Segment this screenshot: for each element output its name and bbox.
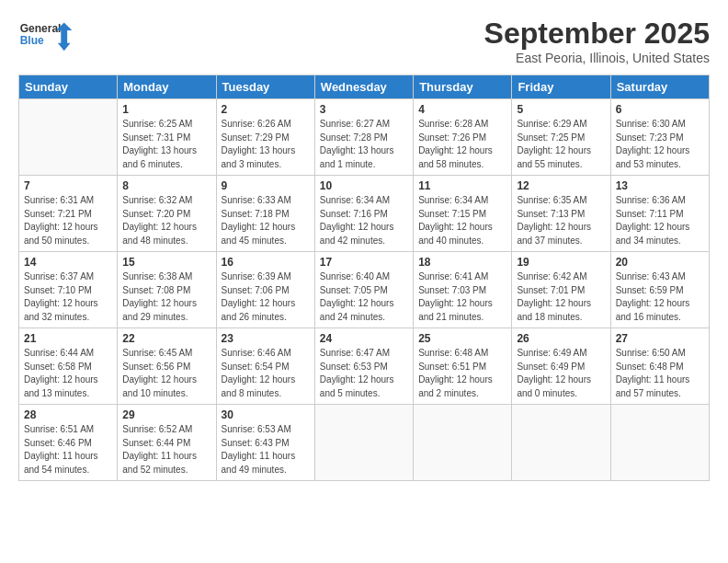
day-info: Sunrise: 6:30 AMSunset: 7:23 PMDaylight:… xyxy=(616,118,704,171)
day-info: Sunrise: 6:42 AMSunset: 7:01 PMDaylight:… xyxy=(517,270,605,324)
table-row: 14Sunrise: 6:37 AMSunset: 7:10 PMDayligh… xyxy=(19,252,710,328)
day-number: 15 xyxy=(122,256,210,269)
day-number: 14 xyxy=(24,256,112,269)
table-cell: 7Sunrise: 6:31 AMSunset: 7:21 PMDaylight… xyxy=(19,176,118,252)
day-number: 11 xyxy=(418,179,506,192)
table-cell xyxy=(314,405,413,481)
table-cell: 4Sunrise: 6:28 AMSunset: 7:26 PMDaylight… xyxy=(414,99,512,176)
table-cell: 30Sunrise: 6:53 AMSunset: 6:43 PMDayligh… xyxy=(216,405,314,481)
table-cell: 20Sunrise: 6:43 AMSunset: 6:59 PMDayligh… xyxy=(610,252,709,328)
col-wednesday: Wednesday xyxy=(314,75,413,99)
table-cell: 13Sunrise: 6:36 AMSunset: 7:11 PMDayligh… xyxy=(610,176,709,252)
day-info: Sunrise: 6:50 AMSunset: 6:48 PMDaylight:… xyxy=(616,347,704,400)
day-info: Sunrise: 6:31 AMSunset: 7:21 PMDaylight:… xyxy=(24,194,112,247)
day-number: 3 xyxy=(320,103,408,116)
day-info: Sunrise: 6:46 AMSunset: 6:54 PMDaylight:… xyxy=(222,347,310,400)
page-container: General Blue September 2025 East Peoria,… xyxy=(0,0,728,563)
calendar-body: 1Sunrise: 6:25 AMSunset: 7:31 PMDaylight… xyxy=(19,99,710,481)
day-info: Sunrise: 6:43 AMSunset: 6:59 PMDaylight:… xyxy=(616,270,704,324)
day-info: Sunrise: 6:33 AMSunset: 7:18 PMDaylight:… xyxy=(222,194,310,247)
day-info: Sunrise: 6:37 AMSunset: 7:10 PMDaylight:… xyxy=(24,270,112,324)
day-number: 17 xyxy=(320,256,408,269)
day-number: 8 xyxy=(122,179,210,192)
day-info: Sunrise: 6:53 AMSunset: 6:43 PMDaylight:… xyxy=(222,423,310,477)
title-block: September 2025 East Peoria, Illinois, Un… xyxy=(484,17,710,65)
day-info: Sunrise: 6:39 AMSunset: 7:06 PMDaylight:… xyxy=(222,270,310,324)
day-info: Sunrise: 6:36 AMSunset: 7:11 PMDaylight:… xyxy=(616,194,704,247)
day-number: 2 xyxy=(222,103,310,116)
day-number: 19 xyxy=(517,256,605,269)
table-cell: 14Sunrise: 6:37 AMSunset: 7:10 PMDayligh… xyxy=(19,252,118,328)
table-cell: 9Sunrise: 6:33 AMSunset: 7:18 PMDaylight… xyxy=(216,176,314,252)
day-number: 6 xyxy=(616,103,704,116)
table-cell: 8Sunrise: 6:32 AMSunset: 7:20 PMDaylight… xyxy=(118,176,216,252)
table-row: 1Sunrise: 6:25 AMSunset: 7:31 PMDaylight… xyxy=(19,99,710,176)
day-info: Sunrise: 6:38 AMSunset: 7:08 PMDaylight:… xyxy=(122,270,210,324)
day-number: 24 xyxy=(320,332,408,345)
day-info: Sunrise: 6:29 AMSunset: 7:25 PMDaylight:… xyxy=(517,118,605,171)
month-title: September 2025 xyxy=(484,17,710,51)
day-info: Sunrise: 6:34 AMSunset: 7:16 PMDaylight:… xyxy=(320,194,408,247)
day-number: 4 xyxy=(418,103,506,116)
day-number: 28 xyxy=(24,408,112,421)
day-number: 29 xyxy=(122,408,210,421)
day-info: Sunrise: 6:47 AMSunset: 6:53 PMDaylight:… xyxy=(320,347,408,400)
day-info: Sunrise: 6:45 AMSunset: 6:56 PMDaylight:… xyxy=(122,347,210,400)
logo: General Blue xyxy=(18,17,74,55)
table-cell: 6Sunrise: 6:30 AMSunset: 7:23 PMDaylight… xyxy=(610,99,709,176)
day-number: 27 xyxy=(616,332,704,345)
col-monday: Monday xyxy=(118,75,216,99)
day-number: 20 xyxy=(616,256,704,269)
day-info: Sunrise: 6:52 AMSunset: 6:44 PMDaylight:… xyxy=(122,423,210,477)
table-cell: 16Sunrise: 6:39 AMSunset: 7:06 PMDayligh… xyxy=(216,252,314,328)
day-info: Sunrise: 6:26 AMSunset: 7:29 PMDaylight:… xyxy=(222,118,310,171)
calendar-table: Sunday Monday Tuesday Wednesday Thursday… xyxy=(18,75,710,481)
day-info: Sunrise: 6:40 AMSunset: 7:05 PMDaylight:… xyxy=(320,270,408,324)
table-row: 21Sunrise: 6:44 AMSunset: 6:58 PMDayligh… xyxy=(19,328,710,405)
table-cell: 27Sunrise: 6:50 AMSunset: 6:48 PMDayligh… xyxy=(610,328,709,405)
day-number: 22 xyxy=(122,332,210,345)
day-number: 13 xyxy=(616,179,704,192)
day-number: 16 xyxy=(222,256,310,269)
day-number: 18 xyxy=(418,256,506,269)
day-number: 23 xyxy=(222,332,310,345)
day-number: 7 xyxy=(24,179,112,192)
day-number: 30 xyxy=(222,408,310,421)
header-row: Sunday Monday Tuesday Wednesday Thursday… xyxy=(19,75,710,99)
col-sunday: Sunday xyxy=(19,75,118,99)
table-cell: 28Sunrise: 6:51 AMSunset: 6:46 PMDayligh… xyxy=(19,405,118,481)
table-cell xyxy=(19,99,118,176)
col-friday: Friday xyxy=(512,75,610,99)
table-cell: 25Sunrise: 6:48 AMSunset: 6:51 PMDayligh… xyxy=(414,328,512,405)
col-thursday: Thursday xyxy=(414,75,512,99)
table-cell: 19Sunrise: 6:42 AMSunset: 7:01 PMDayligh… xyxy=(512,252,610,328)
svg-text:Blue: Blue xyxy=(20,34,44,47)
table-cell xyxy=(610,405,709,481)
table-cell: 18Sunrise: 6:41 AMSunset: 7:03 PMDayligh… xyxy=(414,252,512,328)
day-number: 1 xyxy=(122,103,210,116)
day-number: 5 xyxy=(517,103,605,116)
table-cell: 12Sunrise: 6:35 AMSunset: 7:13 PMDayligh… xyxy=(512,176,610,252)
day-number: 21 xyxy=(24,332,112,345)
svg-text:General: General xyxy=(20,22,62,35)
header: General Blue September 2025 East Peoria,… xyxy=(18,17,710,65)
day-number: 12 xyxy=(517,179,605,192)
col-tuesday: Tuesday xyxy=(216,75,314,99)
col-saturday: Saturday xyxy=(610,75,709,99)
table-cell: 5Sunrise: 6:29 AMSunset: 7:25 PMDaylight… xyxy=(512,99,610,176)
day-info: Sunrise: 6:49 AMSunset: 6:49 PMDaylight:… xyxy=(517,347,605,400)
table-cell: 15Sunrise: 6:38 AMSunset: 7:08 PMDayligh… xyxy=(118,252,216,328)
day-info: Sunrise: 6:35 AMSunset: 7:13 PMDaylight:… xyxy=(517,194,605,247)
table-cell: 2Sunrise: 6:26 AMSunset: 7:29 PMDaylight… xyxy=(216,99,314,176)
table-cell: 23Sunrise: 6:46 AMSunset: 6:54 PMDayligh… xyxy=(216,328,314,405)
table-cell: 17Sunrise: 6:40 AMSunset: 7:05 PMDayligh… xyxy=(314,252,413,328)
day-number: 9 xyxy=(222,179,310,192)
table-cell: 21Sunrise: 6:44 AMSunset: 6:58 PMDayligh… xyxy=(19,328,118,405)
day-info: Sunrise: 6:51 AMSunset: 6:46 PMDaylight:… xyxy=(24,423,112,477)
logo-svg: General Blue xyxy=(18,17,74,55)
day-info: Sunrise: 6:32 AMSunset: 7:20 PMDaylight:… xyxy=(122,194,210,247)
day-info: Sunrise: 6:27 AMSunset: 7:28 PMDaylight:… xyxy=(320,118,408,171)
day-info: Sunrise: 6:28 AMSunset: 7:26 PMDaylight:… xyxy=(418,118,506,171)
table-cell: 1Sunrise: 6:25 AMSunset: 7:31 PMDaylight… xyxy=(118,99,216,176)
table-cell: 10Sunrise: 6:34 AMSunset: 7:16 PMDayligh… xyxy=(314,176,413,252)
